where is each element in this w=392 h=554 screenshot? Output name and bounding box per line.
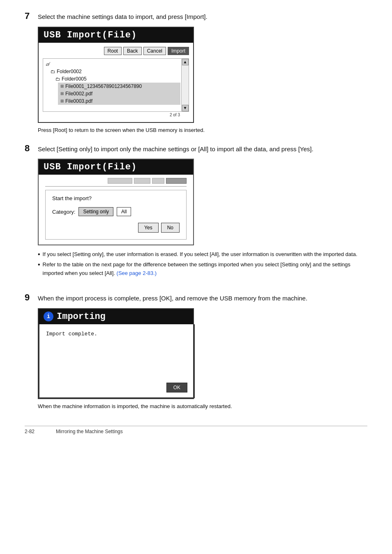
step-7: 7 Select the machine settings data to im…: [25, 12, 367, 133]
file-name-3: File0003.pdf: [65, 98, 92, 104]
panel-2-title: USB Import(File): [39, 159, 193, 175]
scroll-down-button[interactable]: ▼: [182, 105, 189, 111]
see-page-link[interactable]: (See page 2-83.): [117, 270, 157, 276]
scroll-up-button[interactable]: ▲: [182, 59, 189, 65]
step-7-description: Select the machine settings data to impo…: [38, 12, 367, 22]
file-area: ⌀/ 🗀 Folder0002 🗀 Folder0005 ⊞ File0001_…: [43, 59, 189, 106]
bullet-2: •: [38, 261, 40, 269]
path-row: ⌀/: [43, 60, 180, 68]
dialog-category: Category: Setting only All: [52, 207, 180, 216]
step-9-content: When the import process is complete, pre…: [38, 294, 367, 409]
folder-name-1: Folder0002: [57, 69, 82, 74]
import-complete-text: Import complete.: [46, 331, 187, 337]
back-button[interactable]: Back: [123, 47, 142, 55]
category-label: Category:: [52, 209, 75, 215]
final-note: When the machine information is imported…: [38, 403, 367, 409]
folder-row-1: 🗀 Folder0002: [48, 68, 180, 75]
importing-panel: i Importing Import complete. OK: [38, 308, 194, 399]
step-7-content: Select the machine settings data to impo…: [38, 12, 367, 133]
ok-button[interactable]: OK: [166, 383, 187, 392]
note-1-text: If you select [Setting only], the user i…: [43, 250, 367, 259]
file-name-2: File0002.pdf: [65, 91, 92, 97]
file-icon-1: ⊞: [60, 84, 64, 88]
file-row-1[interactable]: ⊞ File0001_12345678901234567890: [58, 83, 180, 90]
step-9: 9 When the import process is complete, p…: [25, 294, 367, 409]
importing-title-bar: i Importing: [39, 309, 193, 324]
file-list: ⌀/ 🗀 Folder0002 🗀 Folder0005 ⊞ File0001_…: [43, 58, 189, 112]
setting-only-button[interactable]: Setting only: [78, 207, 113, 216]
importing-title-text: Importing: [57, 312, 106, 322]
importing-body: Import complete. OK: [39, 324, 195, 398]
usb-import-panel-1: USB Import(File) Root Back Cancel Import…: [38, 27, 194, 123]
usb-import-panel-2: USB Import(File) Start the import? Categ…: [38, 159, 194, 245]
yes-button[interactable]: Yes: [138, 223, 159, 233]
note-1: • If you select [Setting only], the user…: [38, 250, 367, 259]
step-8-description: Select [Setting only] to import only the…: [38, 145, 367, 154]
panel-1-toolbar: Root Back Cancel Import: [43, 47, 189, 55]
file-icon-3: ⊞: [60, 99, 64, 103]
folder-row-2: 🗀 Folder0005: [53, 75, 180, 83]
root-button[interactable]: Root: [104, 47, 122, 55]
dialog-actions: Yes No: [52, 223, 180, 233]
folder-icon-1: 🗀: [51, 69, 55, 74]
scrollbar: ▲ ▼: [181, 59, 189, 111]
press-root-note: Press [Root] to return to the screen whe…: [38, 127, 367, 133]
page-indicator: 2 of 3: [43, 112, 189, 118]
dialog-start-text: Start the import?: [52, 195, 180, 201]
panel-1-title: USB Import(File): [39, 28, 193, 43]
page-footer: 2-82 Mirroring the Machine Settings: [25, 426, 367, 434]
dialog-inner: Start the import? Category: Setting only…: [45, 190, 187, 240]
folder-name-2: Folder0005: [62, 76, 87, 82]
cancel-button[interactable]: Cancel: [143, 47, 166, 55]
bullet-1: •: [38, 250, 40, 259]
footer-page-number: 2-82: [25, 429, 49, 434]
step-8-content: Select [Setting only] to import only the…: [38, 145, 367, 283]
importing-icon: i: [44, 312, 53, 321]
step-7-number: 7: [25, 11, 38, 21]
step-9-description: When the import process is complete, pre…: [38, 294, 367, 303]
file-row-3[interactable]: ⊞ File0003.pdf: [58, 97, 180, 105]
panel-1-body: Root Back Cancel Import ⌀/ 🗀 Folder0002 …: [39, 43, 193, 122]
note-2-text: Refer to the table on the next page for …: [43, 261, 367, 278]
footer-title: Mirroring the Machine Settings: [56, 429, 123, 434]
panel-2-dialog-body: Start the import? Category: Setting only…: [39, 175, 193, 245]
file-name-1: File0001_12345678901234567890: [65, 83, 142, 89]
step-8-notes: • If you select [Setting only], the user…: [38, 250, 367, 277]
file-row-2[interactable]: ⊞ File0002.pdf: [58, 90, 180, 97]
note-2: • Refer to the table on the next page fo…: [38, 261, 367, 278]
file-icon-2: ⊞: [60, 91, 64, 96]
no-button[interactable]: No: [161, 223, 180, 233]
folder-icon-2: 🗀: [55, 76, 60, 81]
step-8-number: 8: [25, 143, 38, 154]
step-8: 8 Select [Setting only] to import only t…: [25, 145, 367, 283]
import-button[interactable]: Import: [168, 47, 189, 55]
all-button[interactable]: All: [117, 207, 131, 216]
step-9-number: 9: [25, 292, 38, 303]
